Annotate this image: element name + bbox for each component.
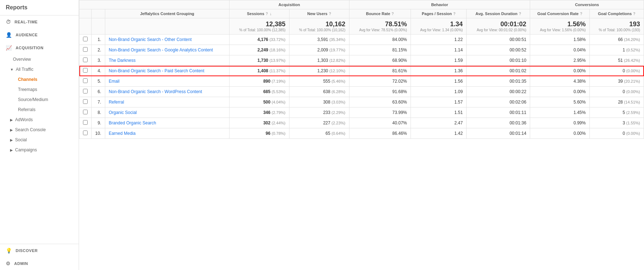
row-pages-session: 2.47: [411, 118, 466, 128]
row-checkbox[interactable]: [79, 107, 92, 118]
row-avg-session: 00:00:22: [467, 87, 530, 97]
row-avg-session: 00:01:36: [467, 118, 530, 128]
row-goal-conv: 0.04%: [530, 45, 589, 55]
sidebar-label-acquisition: ACQUISITION: [16, 46, 44, 50]
th-pages-session[interactable]: Pages / Session ?: [411, 9, 466, 18]
row-number: 5.: [92, 76, 105, 87]
sidebar-item-acquisition[interactable]: 📈 ACQUISITION: [0, 41, 79, 54]
th-goal-conv[interactable]: Goal Conversion Rate ?: [530, 9, 589, 18]
sidebar-item-discover[interactable]: 💡 DISCOVER: [0, 244, 79, 257]
sidebar-label-admin: ADMIN: [14, 261, 28, 266]
row-name-link[interactable]: Non-Brand Organic Search - WordPress Con…: [109, 89, 202, 94]
sort-icon: ↓: [270, 12, 272, 16]
sidebar-toggle-search-console[interactable]: ▶ Search Console: [0, 125, 79, 135]
row-bounce-rate: 91.68%: [349, 87, 411, 97]
row-checkbox[interactable]: [79, 66, 92, 76]
row-pages-session: 1.51: [411, 107, 466, 118]
totals-name: [105, 18, 229, 35]
reports-header: Reports: [0, 0, 79, 15]
table-row: 8.Organic Social346 (2.79%)233 (2.29%)73…: [79, 107, 644, 118]
row-name-link[interactable]: Referral: [109, 100, 124, 105]
th-goal-comp[interactable]: Goal Completions ?: [589, 9, 644, 18]
row-bounce-rate: 81.15%: [349, 45, 411, 55]
row-name-link[interactable]: The Darkness: [109, 58, 136, 63]
row-goal-conv: 0.99%: [530, 118, 589, 128]
totals-bounce: 78.51% Avg for View: 78.51% (0.00%): [349, 18, 411, 35]
row-sessions: 1,408 (11.37%): [230, 66, 289, 76]
row-checkbox[interactable]: [79, 55, 92, 66]
th-bounce-rate[interactable]: Bounce Rate ?: [349, 9, 411, 18]
sidebar-item-referrals[interactable]: Referrals: [0, 105, 79, 115]
row-name-link[interactable]: Branded Organic Search: [109, 120, 156, 125]
sidebar-item-real-time[interactable]: ⏱ REAL-TIME: [0, 15, 79, 28]
sidebar-toggle-social[interactable]: ▶ Social: [0, 135, 79, 145]
totals-avg-session: 00:01:02 Avg for View: 00:01:02 (0.00%): [467, 18, 530, 35]
row-name[interactable]: Non-Brand Organic Search - Paid Search C…: [105, 66, 229, 76]
row-name[interactable]: Email: [105, 76, 229, 87]
sidebar-item-source-medium[interactable]: Source/Medium: [0, 95, 79, 105]
row-new-users: 308 (3.03%): [289, 97, 349, 107]
row-bounce-rate: 81.61%: [349, 66, 411, 76]
table-row: 7.Referral500 (4.04%)308 (3.03%)63.60%1.…: [79, 97, 644, 107]
totals-num: [92, 18, 105, 35]
table-row: 5.Email890 (7.19%)555 (5.46%)72.02%1.560…: [79, 76, 644, 87]
row-checkbox[interactable]: [79, 118, 92, 128]
row-name[interactable]: Organic Social: [105, 107, 229, 118]
table-row: 6.Non-Brand Organic Search - WordPress C…: [79, 87, 644, 97]
row-name-link[interactable]: Non-Brand Organic Search - Other Content: [109, 37, 192, 42]
row-goal-conv: 0.00%: [530, 66, 589, 76]
row-name-link[interactable]: Non-Brand Organic Search - Paid Search C…: [109, 68, 204, 73]
table-row: 4.Non-Brand Organic Search - Paid Search…: [79, 66, 644, 76]
row-name[interactable]: Non-Brand Organic Search - Other Content: [105, 35, 229, 45]
row-name[interactable]: Referral: [105, 97, 229, 107]
row-sessions: 96 (0.78%): [230, 128, 289, 139]
row-checkbox[interactable]: [79, 87, 92, 97]
row-goal-comp: 66 (34.20%): [589, 35, 644, 45]
th-sessions[interactable]: Sessions ? ↓: [230, 9, 289, 18]
row-name[interactable]: The Darkness: [105, 55, 229, 66]
row-name[interactable]: Non-Brand Organic Search - Google Analyt…: [105, 45, 229, 55]
row-checkbox[interactable]: [79, 76, 92, 87]
row-name-link[interactable]: Non-Brand Organic Search - Google Analyt…: [109, 47, 213, 52]
row-name[interactable]: Earned Media: [105, 128, 229, 139]
table-row: 9.Branded Organic Search302 (2.44%)227 (…: [79, 118, 644, 128]
row-name-link[interactable]: Organic Social: [109, 110, 137, 115]
row-avg-session: 00:01:10: [467, 55, 530, 66]
chevron-right-icon: ▶: [10, 118, 13, 122]
col-group-empty: [79, 0, 230, 9]
sidebar-item-overview[interactable]: Overview: [0, 54, 79, 64]
row-name[interactable]: Non-Brand Organic Search - WordPress Con…: [105, 87, 229, 97]
sidebar-toggle-campaigns[interactable]: ▶ Campaigns: [0, 145, 79, 155]
sidebar-label-social: Social: [15, 137, 27, 142]
row-name-link[interactable]: Email: [109, 79, 120, 84]
table-row: 2.Non-Brand Organic Search - Google Anal…: [79, 45, 644, 55]
row-avg-session: 00:02:06: [467, 97, 530, 107]
sidebar-item-treemaps[interactable]: Treemaps: [0, 84, 79, 95]
sidebar-item-audience[interactable]: 👤 AUDIENCE: [0, 28, 79, 41]
row-sessions: 890 (7.19%): [230, 76, 289, 87]
sidebar-toggle-all-traffic[interactable]: ▼ All Traffic: [0, 64, 79, 74]
sidebar-item-channels[interactable]: Channels: [0, 74, 79, 84]
data-table: Acquisition Behavior Conversions Jeffaly…: [79, 0, 644, 139]
row-checkbox[interactable]: [79, 128, 92, 139]
row-bounce-rate: 86.46%: [349, 128, 411, 139]
th-avg-session[interactable]: Avg. Session Duration ?: [467, 9, 530, 18]
row-goal-conv: 4.38%: [530, 76, 589, 87]
sidebar-toggle-adwords[interactable]: ▶ AdWords: [0, 115, 79, 125]
table-body: 1.Non-Brand Organic Search - Other Conte…: [79, 35, 644, 139]
row-name-link[interactable]: Earned Media: [109, 131, 136, 136]
row-sessions: 302 (2.44%): [230, 118, 289, 128]
sidebar-item-admin[interactable]: ⚙ ADMIN: [0, 257, 79, 270]
row-goal-comp: 28 (14.51%): [589, 97, 644, 107]
th-new-users[interactable]: New Users ?: [289, 9, 349, 18]
row-new-users: 227 (2.23%): [289, 118, 349, 128]
row-goal-comp: 39 (20.21%): [589, 76, 644, 87]
row-sessions: 1,730 (13.97%): [230, 55, 289, 66]
row-goal-comp: 5 (2.59%): [589, 107, 644, 118]
row-name[interactable]: Branded Organic Search: [105, 118, 229, 128]
row-checkbox[interactable]: [79, 45, 92, 55]
row-checkbox[interactable]: [79, 35, 92, 45]
chart-icon: 📈: [6, 45, 12, 51]
col-group-conversions: Conversions: [530, 0, 644, 9]
row-checkbox[interactable]: [79, 97, 92, 107]
